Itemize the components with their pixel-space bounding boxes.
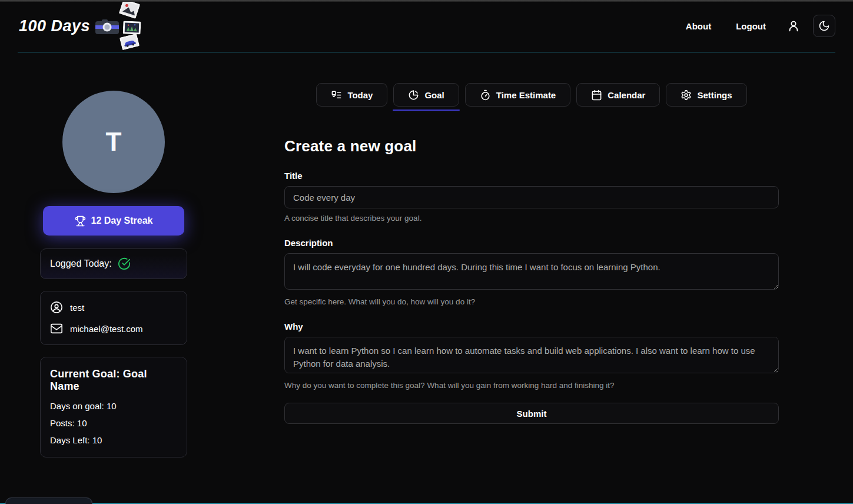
email-row: michael@test.com [50, 322, 177, 335]
photo-park-icon [123, 21, 141, 34]
app-logo: 100 Days [19, 4, 142, 48]
tab-calendar[interactable]: Calendar [576, 83, 660, 107]
calendar-icon [591, 89, 602, 101]
streak-label: 12 Day Streak [91, 215, 153, 226]
tab-goal[interactable]: Goal [393, 83, 459, 107]
user-icon [787, 19, 800, 32]
tab-bar: Today Goal Time Estimate [284, 83, 779, 107]
tab-calendar-label: Calendar [608, 90, 645, 100]
tab-time-estimate[interactable]: Time Estimate [465, 83, 570, 107]
logged-today-card: Logged Today: [40, 248, 187, 279]
logout-link[interactable]: Logout [728, 16, 774, 36]
current-goal-card: Current Goal: Goal Name Days on goal: 10… [40, 357, 187, 457]
app-title: 100 Days [19, 17, 90, 35]
avatar: T [62, 91, 165, 193]
profile-button[interactable] [782, 15, 805, 37]
why-textarea[interactable] [284, 337, 779, 373]
streak-button[interactable]: 12 Day Streak [43, 206, 184, 236]
username-row: test [50, 301, 177, 314]
goal-form: Create a new goal Title A concise title … [284, 137, 779, 424]
page-layout: T 12 Day Streak Logged Today: [0, 52, 853, 457]
description-help-text: Get specific here. What will you do, how… [284, 297, 779, 306]
trophy-icon [75, 215, 86, 227]
pie-chart-icon [408, 89, 419, 101]
avatar-initial: T [106, 127, 122, 157]
tab-today-label: Today [347, 90, 373, 100]
submit-button[interactable]: Submit [284, 403, 779, 424]
theme-toggle-button[interactable] [813, 15, 835, 37]
description-textarea[interactable] [284, 253, 779, 290]
main-content: Today Goal Time Estimate [284, 52, 779, 457]
mail-icon [50, 322, 63, 335]
check-circle-icon [118, 257, 131, 270]
days-on-goal-stat: Days on goal: 10 [50, 401, 177, 411]
title-help-text: A concise title that describes your goal… [284, 214, 779, 223]
sidebar: T 12 Day Streak Logged Today: [40, 52, 187, 457]
why-help-text: Why do you want to complete this goal? W… [284, 381, 779, 390]
photo-mountain-icon [119, 0, 141, 19]
header-nav: About Logout [678, 15, 835, 37]
about-link[interactable]: About [678, 16, 719, 36]
days-left-stat: Days Left: 10 [50, 435, 177, 445]
gear-icon [681, 89, 692, 101]
username-text: test [70, 303, 84, 313]
photo-car-icon [120, 34, 140, 51]
tab-settings-label: Settings [697, 90, 732, 100]
user-info-card: test michael@test.com [40, 291, 187, 345]
tab-today[interactable]: Today [316, 83, 387, 107]
current-goal-title: Current Goal: Goal Name [50, 368, 177, 393]
timer-icon [480, 89, 491, 101]
user-circle-icon [50, 301, 63, 314]
description-label: Description [284, 238, 779, 248]
title-label: Title [284, 171, 779, 181]
list-todo-icon [331, 89, 342, 101]
logged-today-label: Logged Today: [50, 258, 112, 269]
app-header: 100 Days [0, 0, 853, 52]
camera-icon [95, 19, 120, 35]
bottom-toast-partial[interactable] [5, 498, 92, 504]
tab-time-estimate-label: Time Estimate [496, 90, 556, 100]
page-title: Create a new goal [284, 137, 779, 155]
tab-settings[interactable]: Settings [666, 83, 746, 107]
tab-goal-label: Goal [424, 90, 444, 100]
posts-stat: Posts: 10 [50, 418, 177, 428]
title-input[interactable] [284, 186, 779, 208]
window-top-edge [0, 0, 853, 2]
moon-icon [818, 20, 830, 32]
email-text: michael@test.com [70, 324, 143, 334]
logo-art [95, 6, 142, 48]
why-label: Why [284, 321, 779, 331]
